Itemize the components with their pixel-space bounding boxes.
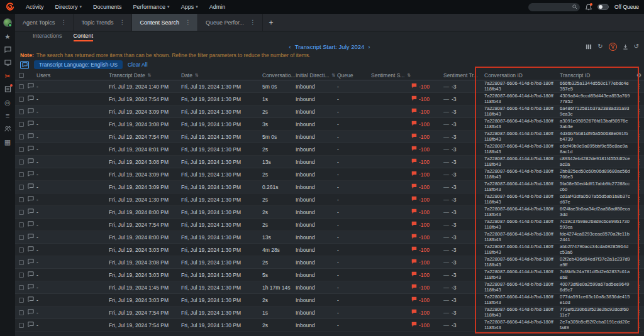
prev-page-arrow[interactable]: ‹ [289, 43, 291, 50]
row-checkbox[interactable] [19, 109, 24, 114]
clear-all-filters-link[interactable]: Clear All [128, 62, 148, 68]
row-checkbox[interactable] [19, 260, 24, 265]
row-kebab-menu-icon[interactable]: ⋮ [636, 183, 642, 190]
table-row[interactable]: -Fri, Jul 19, 2024 3:08 PMFri, Jul 19, 2… [15, 118, 644, 131]
sort-icon[interactable]: ⇅ [407, 73, 411, 78]
table-row[interactable]: -Fri, Jul 19, 2024 7:54 PMFri, Jul 19, 2… [15, 131, 644, 143]
subtab-interactions[interactable]: Interactions [33, 33, 62, 41]
filter-icon[interactable] [609, 43, 617, 51]
nav-item-admin[interactable]: Admin [204, 4, 231, 10]
next-page-arrow[interactable]: › [368, 43, 370, 50]
table-row[interactable]: -Fri, Jul 19, 2024 7:54 PMFri, Jul 19, 2… [15, 319, 644, 332]
workspace-tab-topic-trends[interactable]: Topic Trends⋮ [74, 14, 132, 31]
row-kebab-menu-icon[interactable]: ⋮ [636, 221, 642, 228]
select-all-checkbox[interactable] [19, 73, 24, 78]
tab-menu-icon[interactable]: ⋮ [119, 19, 125, 26]
download-icon[interactable] [623, 44, 628, 50]
history-icon[interactable]: ↺ [634, 43, 639, 50]
column-header-transcript-date[interactable]: Transcript Date⇅ [109, 72, 181, 79]
row-checkbox[interactable] [19, 323, 24, 328]
nav-item-apps[interactable]: Apps▾ [175, 4, 204, 10]
table-row[interactable]: -Fri, Jul 19, 2024 3:09 PMFri, Jul 19, 2… [15, 106, 644, 118]
table-row[interactable]: -Fri, Jul 19, 2024 7:54 PMFri, Jul 19, 2… [15, 306, 644, 319]
nav-item-activity[interactable]: Activity [20, 4, 50, 10]
table-row[interactable]: -Fri, Jul 19, 2024 7:54 PMFri, Jul 19, 2… [15, 93, 644, 106]
row-kebab-menu-icon[interactable]: ⋮ [636, 322, 642, 328]
tab-menu-icon[interactable]: ⋮ [250, 19, 256, 26]
row-checkbox[interactable] [19, 210, 24, 215]
row-kebab-menu-icon[interactable]: ⋮ [636, 133, 642, 140]
tab-menu-icon[interactable]: ⋮ [185, 19, 191, 26]
table-row[interactable]: -Fri, Jul 19, 2024 1:45 PMFri, Jul 19, 2… [15, 281, 644, 294]
table-row[interactable]: -Fri, Jul 19, 2024 8:00 PMFri, Jul 19, 2… [15, 206, 644, 219]
documents-inbox-icon[interactable] [4, 85, 11, 93]
row-checkbox[interactable] [19, 197, 24, 202]
column-header-transcript-id[interactable]: Transcript ID [560, 72, 634, 79]
row-kebab-menu-icon[interactable]: ⋮ [636, 209, 642, 215]
row-kebab-menu-icon[interactable]: ⋮ [636, 146, 642, 153]
row-kebab-menu-icon[interactable]: ⋮ [636, 121, 642, 127]
apps-grid-icon[interactable]: ▦ [4, 138, 11, 146]
sort-icon[interactable]: ⇅ [148, 73, 152, 78]
row-checkbox[interactable] [19, 122, 24, 127]
columns-icon[interactable] [586, 44, 592, 50]
column-header-sentiment-s[interactable]: Sentiment S...⇅ [371, 72, 443, 79]
row-checkbox[interactable] [19, 298, 24, 303]
add-tab-button[interactable]: + [263, 14, 279, 31]
global-search-input[interactable] [528, 3, 580, 11]
row-checkbox[interactable] [19, 160, 24, 165]
column-header-date[interactable]: Date⇅ [181, 72, 262, 79]
row-kebab-menu-icon[interactable]: ⋮ [636, 309, 642, 316]
column-header-conversatio[interactable]: Conversatio...⇅ [262, 72, 296, 79]
row-kebab-menu-icon[interactable]: ⋮ [636, 246, 642, 253]
table-row[interactable]: -Fri, Jul 19, 2024 8:01 PMFri, Jul 19, 2… [15, 143, 644, 156]
row-checkbox[interactable] [19, 134, 24, 139]
quality-scissors-icon[interactable]: ✂ [4, 72, 10, 80]
row-checkbox[interactable] [19, 222, 24, 227]
user-avatar[interactable] [3, 18, 12, 27]
row-checkbox[interactable] [19, 147, 24, 152]
column-header-users[interactable]: Users [36, 72, 109, 79]
row-kebab-menu-icon[interactable]: ⋮ [636, 171, 642, 178]
table-row[interactable]: -Fri, Jul 19, 2024 1:30 PMFri, Jul 19, 2… [15, 193, 644, 206]
sort-icon[interactable]: ⇅ [195, 73, 199, 78]
column-settings-gear-icon[interactable]: ⚙ [636, 72, 641, 79]
row-checkbox[interactable] [19, 285, 24, 290]
row-checkbox[interactable] [19, 185, 24, 190]
row-kebab-menu-icon[interactable]: ⋮ [636, 271, 642, 278]
table-row[interactable]: -Fri, Jul 19, 2024 3:09 PMFri, Jul 19, 2… [15, 181, 644, 193]
row-kebab-menu-icon[interactable]: ⋮ [636, 296, 642, 303]
row-checkbox[interactable] [19, 247, 24, 252]
subtab-content[interactable]: Content [74, 33, 94, 41]
row-checkbox[interactable] [19, 235, 24, 240]
table-row[interactable]: -Fri, Jul 19, 2024 3:03 PMFri, Jul 19, 2… [15, 294, 644, 306]
sort-icon[interactable]: ⇅ [331, 73, 335, 78]
people-icon[interactable] [4, 125, 11, 133]
chat-icon[interactable] [4, 46, 11, 53]
workspace-tab-content-search[interactable]: Content Search⋮ [132, 14, 198, 31]
table-row[interactable]: -Fri, Jul 19, 2024 1:40 PMFri, Jul 19, 2… [15, 80, 644, 93]
transcript-options-button[interactable] [20, 61, 29, 69]
column-header-initial-directi[interactable]: Initial Directi...⇅ [296, 72, 337, 79]
filter-chip-transcript-language[interactable]: Transcript Language: English-US [34, 60, 123, 69]
screen-share-icon[interactable] [4, 59, 11, 67]
row-checkbox[interactable] [19, 84, 24, 89]
row-checkbox[interactable] [19, 97, 24, 102]
row-kebab-menu-icon[interactable]: ⋮ [636, 158, 642, 165]
table-row[interactable]: -Fri, Jul 19, 2024 8:00 PMFri, Jul 19, 2… [15, 231, 644, 244]
refresh-icon[interactable]: ↻ [597, 43, 602, 50]
nav-item-performance[interactable]: Performance▾ [128, 4, 175, 10]
row-checkbox[interactable] [19, 273, 24, 278]
target-icon[interactable]: ◎ [4, 99, 11, 106]
table-row[interactable]: -Fri, Jul 19, 2024 3:03 PMFri, Jul 19, 2… [15, 244, 644, 256]
queue-status-toggle[interactable] [597, 4, 609, 10]
row-kebab-menu-icon[interactable]: ⋮ [636, 259, 642, 266]
table-row[interactable]: -Fri, Jul 19, 2024 3:09 PMFri, Jul 19, 2… [15, 168, 644, 181]
column-header-conversation-id[interactable]: Conversation ID [484, 72, 560, 79]
table-row[interactable]: -Fri, Jul 19, 2024 3:03 PMFri, Jul 19, 2… [15, 269, 644, 281]
workspace-tab-agent-topics[interactable]: Agent Topics⋮ [15, 14, 74, 31]
favorites-star-icon[interactable]: ★ [4, 33, 11, 40]
nav-item-documents[interactable]: Documents [87, 4, 128, 10]
row-kebab-menu-icon[interactable]: ⋮ [636, 284, 642, 291]
tab-menu-icon[interactable]: ⋮ [60, 19, 67, 26]
